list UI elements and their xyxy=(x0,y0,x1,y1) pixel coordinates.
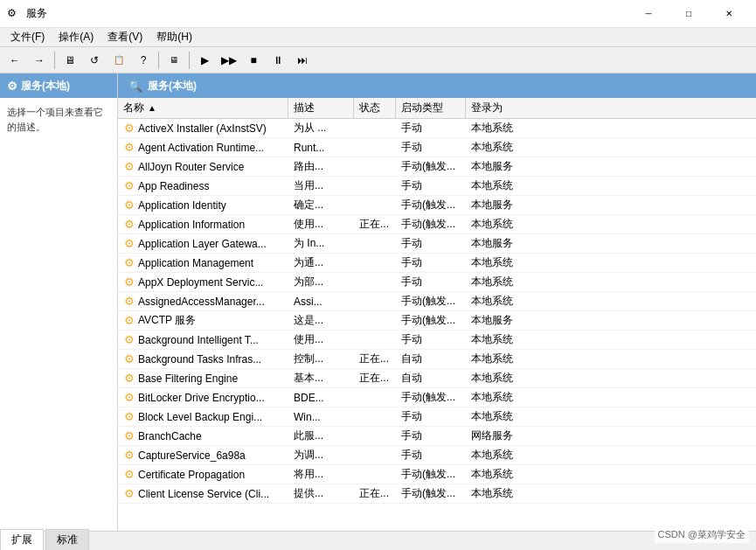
export-button[interactable]: 📋 xyxy=(108,50,130,71)
cell-desc: 此服... xyxy=(288,427,354,445)
cell-name: ⚙ AllJoyn Router Service xyxy=(118,159,288,175)
toolbar-separator-3 xyxy=(189,52,190,69)
refresh-button[interactable]: ↺ xyxy=(83,50,106,71)
cell-startup: 手动(触发... xyxy=(396,196,466,214)
main-area: ⚙ 服务(本地) 选择一个项目来查看它的描述。 🔍 服务(本地) 名称 ▲ 描述… xyxy=(0,73,756,531)
left-panel-gear-icon: ⚙ xyxy=(7,80,17,93)
cell-desc: 控制... xyxy=(288,350,354,368)
cell-status xyxy=(354,242,396,246)
play-next-button[interactable]: ▶▶ xyxy=(218,50,240,71)
cell-desc: 为调... xyxy=(288,446,354,464)
table-row[interactable]: ⚙ Block Level Backup Engi... Win... 手动 本… xyxy=(118,407,756,427)
cell-desc: 这是... xyxy=(288,311,354,330)
cell-login: 本地系统 xyxy=(466,138,544,157)
menu-help[interactable]: 帮助(H) xyxy=(149,28,199,46)
cell-status xyxy=(354,127,396,130)
cell-name: ⚙ Client License Service (Cli... xyxy=(118,486,288,502)
tab-standard[interactable]: 标准 xyxy=(45,529,89,550)
cell-startup: 手动 xyxy=(396,273,466,291)
cell-name: ⚙ Block Level Backup Engi... xyxy=(118,409,288,425)
col-header-status[interactable]: 状态 xyxy=(354,98,396,118)
restart-button[interactable]: ⏭ xyxy=(291,50,314,71)
cell-status xyxy=(354,473,396,477)
table-row[interactable]: ⚙ BitLocker Drive Encryptio... BDE... 手动… xyxy=(118,388,756,407)
right-panel: 🔍 服务(本地) 名称 ▲ 描述 状态 启动类型 xyxy=(118,73,756,531)
table-row[interactable]: ⚙ ActiveX Installer (AxInstSV) 为从 ... 手动… xyxy=(118,119,756,138)
cell-login: 本地服务 xyxy=(466,157,544,176)
table-row[interactable]: ⚙ Agent Activation Runtime... Runt... 手动… xyxy=(118,138,756,157)
table-row[interactable]: ⚙ Base Filtering Engine 基本... 正在... 自动 本… xyxy=(118,369,756,388)
table-row[interactable]: ⚙ Application Identity 确定... 手动(触发... 本地… xyxy=(118,196,756,215)
table-row[interactable]: ⚙ AssignedAccessManager... Assi... 手动(触发… xyxy=(118,292,756,311)
pause-button[interactable]: ⏸ xyxy=(267,50,289,71)
window-title: 服务 xyxy=(26,6,47,21)
cell-desc: 路由... xyxy=(288,157,354,176)
cell-status xyxy=(354,281,396,284)
col-header-desc[interactable]: 描述 xyxy=(288,98,354,118)
menu-action[interactable]: 操作(A) xyxy=(52,28,101,46)
cell-login: 本地系统 xyxy=(466,254,544,272)
table-row[interactable]: ⚙ AppX Deployment Servic... 为部... 手动 本地系… xyxy=(118,273,756,292)
table-row[interactable]: ⚙ Background Tasks Infras... 控制... 正在...… xyxy=(118,350,756,369)
forward-button[interactable]: → xyxy=(28,50,51,71)
cell-name: ⚙ Background Intelligent T... xyxy=(118,332,288,348)
cell-status: 正在... xyxy=(354,484,396,503)
cell-name: ⚙ Application Management xyxy=(118,255,288,271)
table-row[interactable]: ⚙ Client License Service (Cli... 提供... 正… xyxy=(118,484,756,504)
cell-desc: 使用... xyxy=(288,215,354,233)
table-row[interactable]: ⚙ Application Management 为通... 手动 本地系统 xyxy=(118,254,756,273)
cell-status xyxy=(354,204,396,207)
service-gear-icon: ⚙ xyxy=(123,238,135,250)
cell-status xyxy=(354,415,396,419)
cell-desc: 为通... xyxy=(288,254,354,272)
cell-login: 本地系统 xyxy=(466,273,544,291)
cell-desc: 当用... xyxy=(288,177,354,195)
back-button[interactable]: ← xyxy=(3,50,26,71)
close-button[interactable]: ✕ xyxy=(709,0,749,28)
table-row[interactable]: ⚙ Application Layer Gatewa... 为 In... 手动… xyxy=(118,234,756,254)
cell-name: ⚙ CaptureService_6a98a xyxy=(118,448,288,463)
service-gear-icon: ⚙ xyxy=(123,334,135,346)
table-row[interactable]: ⚙ CaptureService_6a98a 为调... 手动 本地系统 xyxy=(118,446,756,465)
minimize-button[interactable]: ─ xyxy=(628,0,669,28)
service-gear-icon: ⚙ xyxy=(123,469,135,481)
table-row[interactable]: ⚙ App Readiness 当用... 手动 本地系统 xyxy=(118,177,756,196)
menu-bar: 文件(F) 操作(A) 查看(V) 帮助(H) xyxy=(0,28,756,47)
cell-login: 本地系统 xyxy=(466,484,544,503)
menu-view[interactable]: 查看(V) xyxy=(101,28,149,46)
stop-button[interactable]: ■ xyxy=(242,50,265,71)
cell-login: 本地系统 xyxy=(466,350,544,368)
col-header-login[interactable]: 登录为 xyxy=(466,98,544,118)
table-row[interactable]: ⚙ Certificate Propagation 将用... 手动(触发...… xyxy=(118,465,756,484)
tab-extended[interactable]: 扩展 xyxy=(0,529,44,550)
cell-name: ⚙ Base Filtering Engine xyxy=(118,371,288,386)
help-button[interactable]: ? xyxy=(132,50,155,71)
col-header-startup[interactable]: 启动类型 xyxy=(396,98,466,118)
table-row[interactable]: ⚙ AVCTP 服务 这是... 手动(触发... 本地服务 xyxy=(118,311,756,331)
cell-name: ⚙ ActiveX Installer (AxInstSV) xyxy=(118,121,288,136)
cell-name: ⚙ App Readiness xyxy=(118,178,288,194)
col-header-name[interactable]: 名称 ▲ xyxy=(118,98,288,118)
properties-button[interactable]: 🖥 xyxy=(163,50,185,71)
cell-status: 正在... xyxy=(354,369,396,387)
table-row[interactable]: ⚙ Background Intelligent T... 使用... 手动 本… xyxy=(118,331,756,350)
service-gear-icon: ⚙ xyxy=(123,488,135,500)
service-gear-icon: ⚙ xyxy=(123,296,135,308)
cell-name: ⚙ AVCTP 服务 xyxy=(118,311,288,330)
table-row[interactable]: ⚙ BranchCache 此服... 手动 网络服务 xyxy=(118,427,756,446)
menu-file[interactable]: 文件(F) xyxy=(3,28,52,46)
table-row[interactable]: ⚙ AllJoyn Router Service 路由... 手动(触发... … xyxy=(118,157,756,177)
maximize-button[interactable]: □ xyxy=(669,0,709,28)
cell-login: 本地系统 xyxy=(466,215,544,233)
services-table[interactable]: 名称 ▲ 描述 状态 启动类型 登录为 ⚙ Ac xyxy=(118,98,756,531)
cell-desc: Runt... xyxy=(288,140,354,156)
service-gear-icon: ⚙ xyxy=(123,199,135,212)
cell-desc: 确定... xyxy=(288,196,354,214)
table-row[interactable]: ⚙ Application Information 使用... 正在... 手动… xyxy=(118,215,756,234)
cell-status xyxy=(354,261,396,265)
cell-name: ⚙ Application Information xyxy=(118,217,288,233)
cell-login: 本地系统 xyxy=(466,465,544,484)
computer-button[interactable]: 🖥 xyxy=(59,50,81,71)
play-button[interactable]: ▶ xyxy=(193,50,216,71)
cell-startup: 手动 xyxy=(396,446,466,464)
